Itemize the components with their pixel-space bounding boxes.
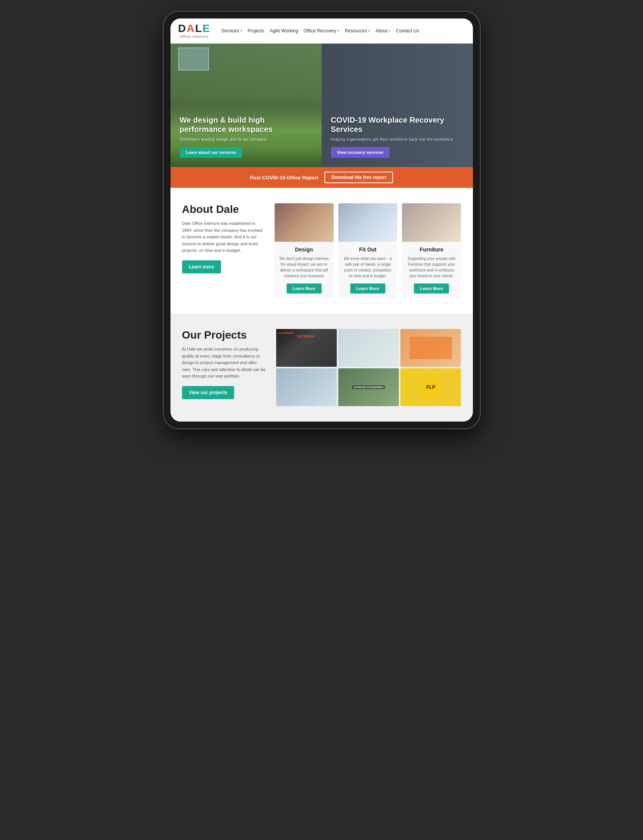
project-image-2[interactable] — [338, 329, 399, 367]
scene-window — [178, 47, 209, 71]
design-card-body: Design We don't just design interiors fo… — [275, 242, 334, 298]
nav-services[interactable]: Services ▾ — [221, 28, 242, 34]
device-frame: DALE Office Interiors Services ▾ Project… — [164, 12, 480, 428]
furniture-learn-more-button[interactable]: Learn More — [414, 283, 449, 293]
about-section: About Dale Dale Office Interiors was est… — [170, 188, 473, 314]
hero-right-panel: COVID-19 Workplace Recovery Services Hel… — [322, 44, 473, 167]
project-image-3[interactable] — [400, 329, 461, 367]
fitout-card-image — [338, 203, 397, 242]
chevron-down-icon-4: ▾ — [389, 29, 391, 33]
chevron-down-icon: ▾ — [240, 29, 242, 33]
nav-agile-working[interactable]: Agile Working — [270, 28, 298, 34]
project-image-4[interactable] — [276, 368, 337, 406]
project-image-6[interactable]: FLP — [400, 368, 461, 406]
nav-links: Services ▾ Projects Agile Working Office… — [221, 28, 465, 34]
projects-section: Our Projects At Dale we pride ourselves … — [170, 314, 473, 422]
furniture-card-image — [402, 203, 461, 242]
hero-right-content: COVID-19 Workplace Recovery Services Hel… — [331, 115, 464, 158]
projects-heading: Our Projects — [182, 329, 267, 341]
design-card-image — [275, 203, 334, 242]
projects-body: At Dale we pride ourselves on producing … — [182, 346, 267, 380]
nav-projects[interactable]: Projects — [248, 28, 264, 34]
covid-banner-text: Post COVID-19 Office Report — [250, 175, 319, 180]
project-label-5: HAYWOOD ACCESSORIES — [352, 385, 385, 389]
furniture-card-body: Furniture Supporting your people with Fu… — [402, 242, 461, 298]
logo[interactable]: DALE Office Interiors — [178, 23, 211, 39]
hero-left-subtext: Yorkshire's leading design and fit-out c… — [180, 137, 312, 142]
service-card-fitout: Fit Out We know what you want – a safe p… — [338, 203, 397, 298]
hero-right-cta-button[interactable]: View recovery services — [331, 147, 390, 158]
hero-left-cta-button[interactable]: Learn about our services — [180, 147, 243, 158]
chevron-down-icon-3: ▾ — [368, 29, 370, 33]
device-screen: DALE Office Interiors Services ▾ Project… — [170, 19, 473, 422]
projects-left: Our Projects At Dale we pride ourselves … — [182, 329, 267, 399]
service-card-furniture: Furniture Supporting your people with Fu… — [402, 203, 461, 298]
about-left: About Dale Dale Office Interiors was est… — [182, 203, 267, 273]
nav-contact[interactable]: Contact Us — [396, 28, 419, 34]
view-projects-button[interactable]: View our projects — [182, 386, 235, 399]
hero-section: We design & build high performance works… — [170, 44, 473, 167]
logo-subtitle: Office Interiors — [180, 35, 208, 39]
hero-left-heading: We design & build high performance works… — [180, 115, 312, 134]
nav-about[interactable]: About ▾ — [375, 28, 390, 34]
hero-right-heading: COVID-19 Workplace Recovery Services — [331, 115, 464, 134]
fitout-learn-more-button[interactable]: Learn More — [350, 283, 385, 293]
fitout-card-title: Fit Out — [359, 246, 376, 253]
logo-wordmark: DALE — [178, 23, 211, 34]
navbar: DALE Office Interiors Services ▾ Project… — [170, 19, 473, 44]
furniture-card-title: Furniture — [420, 246, 443, 253]
project-image-1[interactable]: ULTRIMAX — [276, 329, 337, 367]
covid-banner: Post COVID-19 Office Report Download the… — [170, 167, 473, 188]
chevron-down-icon-2: ▾ — [338, 29, 339, 33]
furniture-card-text: Supporting your people with Furniture th… — [407, 256, 456, 279]
design-learn-more-button[interactable]: Learn More — [287, 283, 322, 293]
hero-left-content: We design & build high performance works… — [180, 115, 312, 158]
nav-office-recovery[interactable]: Office Recovery ▾ — [304, 28, 339, 34]
project-image-5[interactable]: HAYWOOD ACCESSORIES — [338, 368, 399, 406]
service-card-design: Design We don't just design interiors fo… — [275, 203, 334, 298]
about-cards: Design We don't just design interiors fo… — [275, 203, 461, 298]
projects-grid: ULTRIMAX HAYWOOD ACCESSORIES FLP — [276, 329, 461, 406]
about-learn-more-button[interactable]: Learn more — [182, 260, 221, 273]
design-card-title: Design — [295, 246, 313, 253]
project-label-1: ULTRIMAX — [278, 331, 294, 335]
about-heading: About Dale — [182, 203, 267, 216]
fitout-card-body: Fit Out We know what you want – a safe p… — [338, 242, 397, 298]
about-body: Dale Office Interiors was established in… — [182, 220, 267, 254]
project-label-6: FLP — [423, 380, 439, 395]
download-report-button[interactable]: Download the free report — [324, 172, 393, 183]
project-img-shape — [410, 337, 452, 359]
hero-left-panel: We design & build high performance works… — [170, 44, 322, 167]
nav-resources[interactable]: Resources ▾ — [345, 28, 370, 34]
hero-right-subtext: Helping organisations get their workforc… — [331, 137, 464, 142]
design-card-text: We don't just design interiors for visua… — [279, 256, 329, 279]
fitout-card-text: We know what you want – a safe pair of h… — [343, 256, 393, 279]
